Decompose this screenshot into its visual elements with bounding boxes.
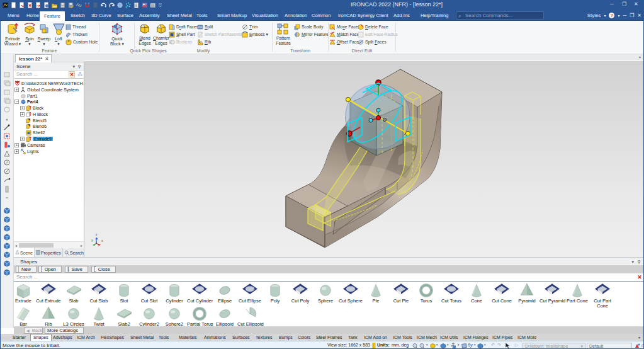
svg-text:z: z	[96, 232, 98, 236]
svg-text:x: x	[101, 239, 103, 243]
svg-text:y: y	[91, 238, 93, 242]
